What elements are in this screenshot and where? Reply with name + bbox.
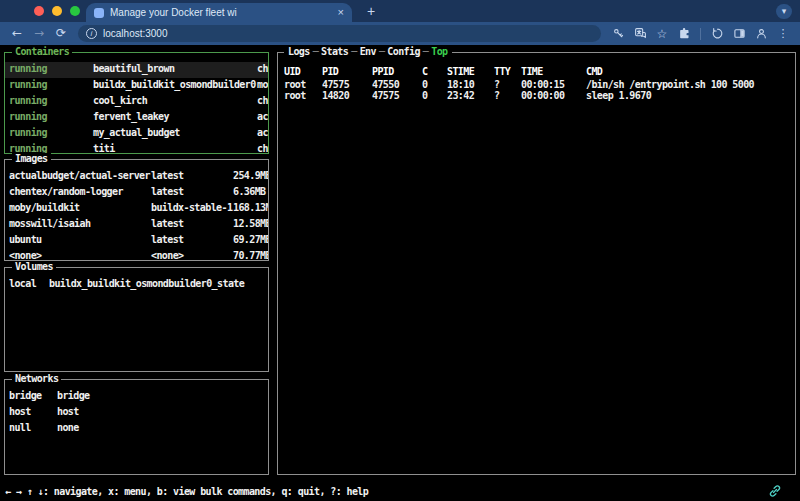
image-name: ubuntu xyxy=(9,234,42,245)
container-image: ac xyxy=(257,111,268,122)
container-row[interactable]: running titi ch xyxy=(5,142,268,153)
container-row[interactable]: running cool_kirch ch xyxy=(5,94,268,110)
container-name: fervent_leakey xyxy=(93,111,169,122)
tab-search-icon[interactable]: ▾ xyxy=(776,4,792,19)
image-name: actualbudget/actual-server xyxy=(9,170,150,181)
container-row[interactable]: running beautiful_brown ch xyxy=(5,62,268,78)
image-row[interactable]: moby/buildkit buildx-stable-1 168.13MB xyxy=(5,201,268,217)
cell-time: 00:00:00 xyxy=(521,90,564,101)
container-image: ch xyxy=(257,143,268,153)
container-row[interactable]: running my_actual_budget ac xyxy=(5,126,268,142)
network-name: null xyxy=(9,422,31,433)
status-bar-hints: ← → ↑ ↓: navigate, x: menu, b: view bulk… xyxy=(5,486,368,497)
inspector-panel: Logs ─ Stats ─ Env ─ Config ─ Top UID PI… xyxy=(277,52,796,475)
container-state: running xyxy=(9,63,47,74)
container-name: cool_kirch xyxy=(93,95,147,106)
image-tag: latest xyxy=(151,186,184,197)
col-stime: STIME xyxy=(447,66,474,77)
volume-row[interactable]: local buildx_buildkit_osmondbuilder0_sta… xyxy=(5,277,268,293)
network-row[interactable]: bridge bridge xyxy=(5,389,268,405)
bookmark-star-icon[interactable]: ☆ xyxy=(653,25,671,43)
image-size: 69.27MB xyxy=(233,234,268,245)
back-button[interactable]: ← xyxy=(8,25,26,43)
image-row[interactable]: <none> <none> 70.77MB xyxy=(5,249,268,260)
cell-cmd: sleep 1.9670 xyxy=(586,90,651,101)
container-state: running xyxy=(9,79,47,90)
cell-pid: 14820 xyxy=(322,90,349,101)
address-bar[interactable]: i localhost:3000 xyxy=(78,25,601,42)
process-row: root 14820 47575 0 23:42 ? 00:00:00 slee… xyxy=(278,89,795,100)
image-size: 254.9MB xyxy=(233,170,268,181)
cell-stime: 23:42 xyxy=(447,90,474,101)
new-tab-button[interactable]: + xyxy=(362,4,380,20)
toolbar-separator xyxy=(700,28,701,40)
container-name: my_actual_budget xyxy=(93,127,180,138)
url-text: localhost:3000 xyxy=(103,28,168,39)
networks-panel: Networks bridge bridge host host null no… xyxy=(4,379,269,475)
window-zoom-button[interactable] xyxy=(70,6,80,16)
container-state: running xyxy=(9,111,47,122)
container-name: buildx_buildkit_osmondbuilder0 xyxy=(93,79,256,90)
forward-button[interactable]: → xyxy=(30,25,48,43)
col-tty: TTY xyxy=(494,66,510,77)
image-size: 168.13MB xyxy=(233,202,268,213)
container-name: titi xyxy=(93,143,115,153)
sync-icon[interactable] xyxy=(708,25,726,43)
network-name: bridge xyxy=(9,390,42,401)
container-name: beautiful_brown xyxy=(93,63,174,74)
volumes-panel: Volumes local buildx_buildkit_osmondbuil… xyxy=(4,267,269,372)
volume-driver: local xyxy=(9,278,36,289)
image-name: <none> xyxy=(9,250,42,260)
col-uid: UID xyxy=(284,66,300,77)
container-state: running xyxy=(9,143,47,153)
translate-icon[interactable] xyxy=(631,25,649,43)
browser-tab[interactable]: Manage your Docker fleet wi × xyxy=(86,3,352,22)
col-cmd: CMD xyxy=(586,66,602,77)
network-driver: bridge xyxy=(57,390,90,401)
image-tag: latest xyxy=(151,218,184,229)
menu-kebab-icon[interactable]: ⋮ xyxy=(774,25,792,43)
container-state: running xyxy=(9,95,47,106)
col-pid: PID xyxy=(322,66,338,77)
password-key-icon[interactable] xyxy=(609,25,627,43)
profile-icon[interactable] xyxy=(752,25,770,43)
col-c: C xyxy=(422,66,427,77)
image-row[interactable]: ubuntu latest 69.27MB xyxy=(5,233,268,249)
containers-panel: Containers running beautiful_brown ch ru… xyxy=(4,52,269,154)
cell-tty: ? xyxy=(494,90,499,101)
image-size: 70.77MB xyxy=(233,250,268,260)
image-name: moby/buildkit xyxy=(9,202,79,213)
container-image: mo xyxy=(257,79,268,90)
network-name: host xyxy=(9,406,31,417)
network-row[interactable]: null none xyxy=(5,421,268,437)
image-tag: buildx-stable-1 xyxy=(151,202,232,213)
col-ppid: PPID xyxy=(372,66,394,77)
image-size: 12.58MB xyxy=(233,218,268,229)
side-panel-icon[interactable] xyxy=(730,25,748,43)
cell-c: 0 xyxy=(422,90,427,101)
container-row[interactable]: running fervent_leakey ac xyxy=(5,110,268,126)
container-row[interactable]: running buildx_buildkit_osmondbuilder0 m… xyxy=(5,78,268,94)
network-row[interactable]: host host xyxy=(5,405,268,421)
images-panel: Images actualbudget/actual-server latest… xyxy=(4,159,269,261)
image-row[interactable]: mosswill/isaiah latest 12.58MB xyxy=(5,217,268,233)
image-tag: latest xyxy=(151,234,184,245)
container-image: ch xyxy=(257,95,268,106)
window-minimize-button[interactable] xyxy=(52,6,62,16)
image-row[interactable]: chentex/random-logger latest 6.36MB xyxy=(5,185,268,201)
tab-favicon-icon xyxy=(94,8,104,18)
image-tag: latest xyxy=(151,170,184,181)
image-row[interactable]: actualbudget/actual-server latest 254.9M… xyxy=(5,169,268,185)
tab-strip: Manage your Docker fleet wi × + ▾ xyxy=(0,0,800,22)
reload-button[interactable]: ⟳ xyxy=(52,25,70,43)
site-info-icon[interactable]: i xyxy=(86,28,97,39)
image-name: chentex/random-logger xyxy=(9,186,123,197)
container-image: ac xyxy=(257,127,268,138)
extensions-icon[interactable] xyxy=(675,25,693,43)
image-name: mosswill/isaiah xyxy=(9,218,90,229)
volume-name: buildx_buildkit_osmondbuilder0_state xyxy=(49,278,244,289)
window-close-button[interactable] xyxy=(34,6,44,16)
col-time: TIME xyxy=(521,66,543,77)
tab-close-icon[interactable]: × xyxy=(338,7,344,18)
browser-toolbar: ← → ⟳ i localhost:3000 ☆ xyxy=(0,22,800,45)
